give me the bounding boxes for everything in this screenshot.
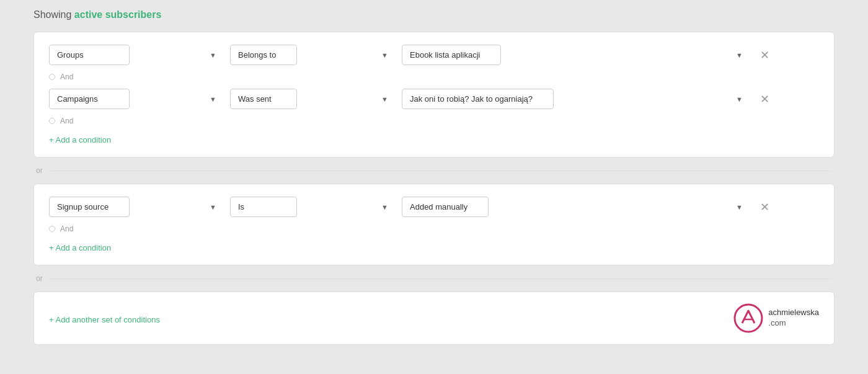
delete-row3-button[interactable]: ✕ [756,199,773,215]
or-divider-2: or [33,274,835,283]
condition-row-2: Groups Campaigns Signup source ▼ Belongs… [49,89,819,109]
field1-wrap-row3: Groups Campaigns Signup source ▼ [49,197,223,217]
group1-row1-field3-select[interactable]: Ebook lista aplikacji [402,45,501,65]
chevron-down-icon: ▼ [736,203,743,211]
condition-group-1: Groups Campaigns Signup source ▼ Belongs… [33,32,835,158]
chevron-down-icon: ▼ [210,96,216,103]
chevron-down-icon: ▼ [736,51,743,59]
add-another-set-button[interactable]: + Add another set of conditions [49,315,160,324]
group1-row1-field1-select[interactable]: Groups Campaigns Signup source [49,45,130,65]
group1-row2-field2-select[interactable]: Belongs to Was sent Is [230,89,297,109]
delete-row2-button[interactable]: ✕ [756,91,773,107]
and-label-3: And [49,225,819,233]
group1-row2-field1-select[interactable]: Groups Campaigns Signup source [49,89,130,109]
svg-point-0 [735,305,762,332]
field2-wrap-row1: Belongs to Was sent Is ▼ [230,45,394,65]
chevron-down-icon: ▼ [381,51,388,59]
brand-logo: achmielewska .com [733,303,819,333]
group2-row1-field2-select[interactable]: Belongs to Was sent Is [230,197,297,217]
field2-wrap-row2: Belongs to Was sent Is ▼ [230,89,394,109]
and-label-2: And [49,117,819,125]
add-condition-btn-1[interactable]: + Add a condition [49,135,111,145]
field2-wrap-row3: Belongs to Was sent Is ▼ [230,197,394,217]
condition-row-3: Groups Campaigns Signup source ▼ Belongs… [49,197,819,217]
field1-wrap-row2: Groups Campaigns Signup source ▼ [49,89,223,109]
group1-row2-field3-select[interactable]: Jak oni to robią? Jak to ogarniają? [402,89,554,109]
field3-wrap-row2: Jak oni to robią? Jak to ogarniają? ▼ [402,89,749,109]
group2-row1-field3-select[interactable]: Added manually [402,197,489,217]
showing-header: Showing active subscribers [33,9,161,20]
or-label-1: or [36,166,43,175]
add-condition-btn-2[interactable]: + Add a condition [49,243,111,252]
brand-logo-icon [733,303,763,333]
delete-row1-button[interactable]: ✕ [756,47,773,63]
group1-row1-field2-select[interactable]: Belongs to Was sent Is [230,45,297,65]
chevron-down-icon: ▼ [381,96,388,103]
condition-row-1: Groups Campaigns Signup source ▼ Belongs… [49,45,819,65]
or-divider-1: or [33,166,835,175]
chevron-down-icon: ▼ [381,203,388,211]
chevron-down-icon: ▼ [210,51,216,59]
and-label-1: And [49,73,819,81]
field1-wrap-row1: Groups Campaigns Signup source ▼ [49,45,223,65]
add-another-section: + Add another set of conditions achmiele… [33,292,835,345]
chevron-down-icon: ▼ [736,96,743,103]
field3-wrap-row1: Ebook lista aplikacji ▼ [402,45,749,65]
group2-row1-field1-select[interactable]: Groups Campaigns Signup source [49,197,130,217]
condition-group-2: Groups Campaigns Signup source ▼ Belongs… [33,184,835,265]
brand-name-text: achmielewska .com [768,308,819,329]
or-label-2: or [36,274,43,283]
chevron-down-icon: ▼ [210,203,216,211]
field3-wrap-row3: Added manually ▼ [402,197,749,217]
